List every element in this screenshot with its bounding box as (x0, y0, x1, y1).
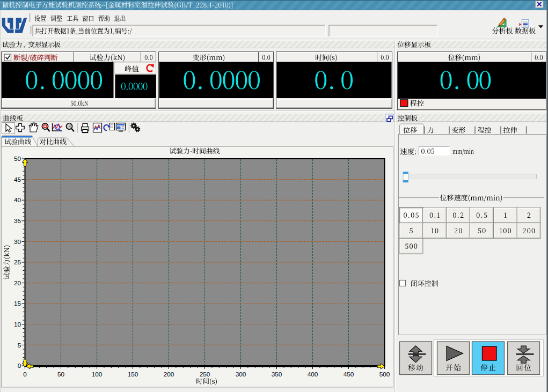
svg-text:50: 50 (14, 155, 21, 162)
svg-text:450: 450 (344, 371, 354, 378)
svg-text:350: 350 (272, 371, 282, 378)
svg-text:10: 10 (14, 321, 21, 328)
svg-text:20: 20 (14, 279, 21, 287)
svg-text:35: 35 (14, 217, 21, 225)
svg-text:500: 500 (379, 371, 390, 378)
svg-text:200: 200 (164, 371, 174, 378)
svg-text:100: 100 (92, 371, 103, 378)
svg-text:25: 25 (14, 258, 21, 266)
svg-text:40: 40 (14, 196, 21, 204)
svg-text:30: 30 (14, 238, 21, 246)
svg-text:300: 300 (236, 371, 246, 378)
svg-text:5: 5 (18, 342, 21, 349)
svg-text:0: 0 (18, 362, 21, 369)
svg-text:15: 15 (14, 300, 21, 307)
svg-text:250: 250 (200, 371, 210, 378)
svg-text:50: 50 (57, 371, 65, 378)
svg-text:150: 150 (128, 371, 138, 378)
svg-text:45: 45 (14, 176, 21, 183)
svg-text:400: 400 (308, 371, 318, 378)
svg-text:0: 0 (23, 371, 27, 378)
